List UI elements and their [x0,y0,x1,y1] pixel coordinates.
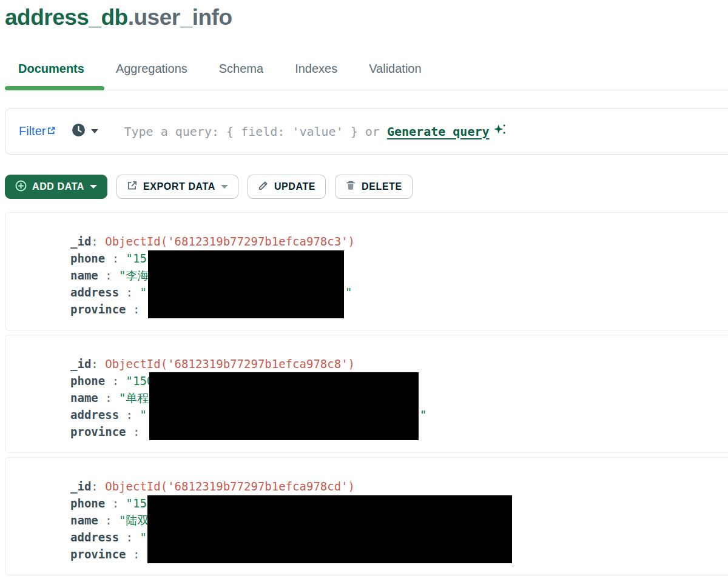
field-separator: : [98,269,119,282]
redaction-box [149,372,419,440]
redaction-box [147,495,512,563]
field-separator: : [105,252,126,265]
field-value: " [140,530,146,544]
update-button[interactable]: UPDATE [248,175,326,199]
field-key: name [70,514,98,527]
sparkle-icon [493,122,507,140]
field-separator: : [126,547,147,561]
field-value: "15 [126,497,147,510]
action-toolbar: ADD DATA EXPORT DATA UPDATE [5,175,413,199]
document-card[interactable]: _id: ObjectId('6812319b77297b1efca978c3'… [5,212,728,330]
field-key: province [70,425,126,438]
page-title: address_db.user_info [5,5,232,30]
add-data-label: ADD DATA [32,181,84,192]
field-value: "李海 [119,269,149,282]
field-value: "单程 [119,391,149,404]
tab-aggregations[interactable]: Aggregations [116,62,187,76]
active-tab-indicator [5,86,104,90]
field-key: phone [70,374,105,387]
chevron-down-icon [90,185,97,189]
field-key: name [70,269,98,282]
add-data-button[interactable]: ADD DATA [5,175,107,199]
field-separator: : [91,357,105,370]
trash-icon [345,180,356,193]
filter-link-label: Filter [19,124,46,138]
field-value: " [140,286,146,299]
field-line-id: _id: ObjectId('6812319b77297b1efca978c8'… [70,355,728,372]
field-separator: : [119,530,140,544]
chevron-down-icon [91,129,98,133]
export-data-label: EXPORT DATA [143,181,215,192]
field-key: _id [70,235,91,248]
tab-schema[interactable]: Schema [219,62,263,76]
field-key: phone [70,497,105,510]
field-key: address [70,286,119,299]
query-placeholder: Type a query: { field: 'value' } or [124,124,386,139]
delete-button[interactable]: DELETE [335,175,413,199]
field-line-id: _id: ObjectId('6812319b77297b1efca978c3'… [70,233,728,250]
database-name: address_db [5,5,128,30]
tab-validation[interactable]: Validation [369,62,421,76]
query-input[interactable]: Type a query: { field: 'value' } or Gene… [124,122,506,140]
external-link-icon [47,124,56,138]
field-key: province [70,303,126,316]
objectid-value: ObjectId('6812319b77297b1efca978c8') [105,357,355,370]
tab-indexes[interactable]: Indexes [295,62,337,76]
query-history-button[interactable] [72,123,98,139]
field-separator: : [119,286,140,299]
field-key: _id [70,480,91,493]
field-value: " [140,408,146,421]
field-key: province [70,547,126,561]
field-separator: : [91,480,105,493]
field-line-id: _id: ObjectId('6812319b77297b1efca978cd'… [70,478,728,495]
redaction-box [148,250,344,318]
update-label: UPDATE [274,181,315,192]
generate-query-link[interactable]: Generate query [387,124,490,139]
collection-view: address_db.user_info Documents Aggregati… [0,0,728,579]
field-key: address [70,530,119,544]
chevron-down-icon [221,185,228,189]
objectid-value: ObjectId('6812319b77297b1efca978c3') [105,235,355,248]
document-list: _id: ObjectId('6812319b77297b1efca978c3'… [5,212,728,579]
field-separator: : [91,235,105,248]
field-key: address [70,408,119,421]
export-data-button[interactable]: EXPORT DATA [116,175,238,199]
pencil-icon [258,180,269,193]
tab-divider [5,90,728,90]
filter-link[interactable]: Filter [19,124,56,138]
tab-documents[interactable]: Documents [18,62,84,76]
plus-circle-icon [15,180,27,194]
objectid-value: ObjectId('6812319b77297b1efca978cd') [105,480,355,493]
field-separator: : [98,391,119,404]
field-separator: : [98,514,119,527]
field-separator: : [105,497,126,510]
query-bar: Filter Type a query: { field: 'value' } … [5,108,728,155]
export-icon [127,180,138,193]
document-card[interactable]: _id: ObjectId('6812319b77297b1efca978cd'… [5,457,728,575]
closing-quote: " [345,284,352,301]
field-separator: : [119,408,140,421]
field-value: "陆双 [119,514,149,527]
field-separator: : [126,425,147,438]
field-separator: : [105,374,126,387]
field-separator: : [126,303,147,316]
delete-label: DELETE [362,181,402,192]
field-key: name [70,391,98,404]
collection-name: user_info [133,5,232,30]
field-key: phone [70,252,105,265]
closing-quote: " [420,406,426,423]
clock-icon [72,123,86,139]
document-card[interactable]: _id: ObjectId('6812319b77297b1efca978c8'… [5,335,728,453]
tab-bar: Documents Aggregations Schema Indexes Va… [0,59,728,92]
field-value: "15 [126,252,147,265]
field-key: _id [70,357,91,370]
